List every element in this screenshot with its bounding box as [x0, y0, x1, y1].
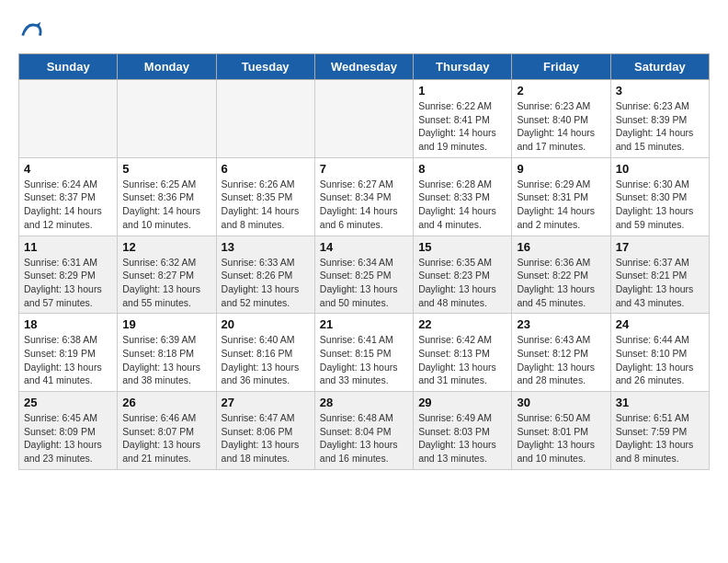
day-info: Sunrise: 6:34 AM Sunset: 8:25 PM Dayligh… — [320, 256, 408, 310]
day-number: 13 — [222, 240, 310, 254]
day-number: 22 — [418, 317, 506, 331]
day-number: 24 — [616, 317, 704, 331]
weekday-header: Saturday — [610, 54, 709, 80]
weekday-header: Thursday — [414, 54, 512, 80]
day-number: 25 — [24, 396, 112, 409]
calendar-cell — [314, 80, 413, 158]
day-info: Sunrise: 6:31 AM Sunset: 8:29 PM Dayligh… — [24, 256, 112, 310]
calendar-cell: 20Sunrise: 6:40 AM Sunset: 8:16 PM Dayli… — [216, 314, 314, 392]
day-info: Sunrise: 6:45 AM Sunset: 8:09 PM Dayligh… — [24, 411, 112, 465]
day-number: 9 — [517, 162, 605, 176]
day-info: Sunrise: 6:25 AM Sunset: 8:36 PM Dayligh… — [122, 178, 210, 232]
calendar-cell: 4Sunrise: 6:24 AM Sunset: 8:37 PM Daylig… — [19, 157, 118, 236]
calendar-body: 1Sunrise: 6:22 AM Sunset: 8:41 PM Daylig… — [19, 80, 710, 470]
day-info: Sunrise: 6:32 AM Sunset: 8:27 PM Dayligh… — [122, 256, 210, 310]
calendar-cell: 8Sunrise: 6:28 AM Sunset: 8:33 PM Daylig… — [414, 157, 512, 236]
weekday-header: Friday — [512, 54, 610, 80]
calendar-cell: 7Sunrise: 6:27 AM Sunset: 8:34 PM Daylig… — [314, 157, 413, 236]
calendar-cell: 30Sunrise: 6:50 AM Sunset: 8:01 PM Dayli… — [512, 392, 610, 470]
logo — [18, 18, 48, 44]
day-info: Sunrise: 6:30 AM Sunset: 8:30 PM Dayligh… — [616, 178, 704, 232]
logo-icon — [18, 18, 44, 44]
day-info: Sunrise: 6:38 AM Sunset: 8:19 PM Dayligh… — [24, 333, 112, 387]
calendar-cell: 27Sunrise: 6:47 AM Sunset: 8:06 PM Dayli… — [216, 392, 314, 470]
day-number: 1 — [418, 84, 506, 98]
day-number: 6 — [222, 162, 310, 176]
day-info: Sunrise: 6:48 AM Sunset: 8:04 PM Dayligh… — [320, 411, 408, 465]
day-info: Sunrise: 6:39 AM Sunset: 8:18 PM Dayligh… — [122, 333, 210, 387]
calendar-cell: 12Sunrise: 6:32 AM Sunset: 8:27 PM Dayli… — [118, 236, 216, 314]
calendar-cell: 13Sunrise: 6:33 AM Sunset: 8:26 PM Dayli… — [216, 236, 314, 314]
day-info: Sunrise: 6:29 AM Sunset: 8:31 PM Dayligh… — [517, 178, 605, 232]
weekday-header: Tuesday — [216, 54, 314, 80]
calendar-cell: 24Sunrise: 6:44 AM Sunset: 8:10 PM Dayli… — [610, 314, 709, 392]
day-number: 26 — [122, 396, 210, 409]
day-info: Sunrise: 6:40 AM Sunset: 8:16 PM Dayligh… — [222, 333, 310, 387]
day-number: 7 — [320, 162, 408, 176]
calendar-week-row: 1Sunrise: 6:22 AM Sunset: 8:41 PM Daylig… — [19, 80, 710, 158]
day-number: 27 — [222, 396, 310, 409]
day-number: 16 — [517, 240, 605, 254]
calendar-cell — [118, 80, 216, 158]
day-info: Sunrise: 6:42 AM Sunset: 8:13 PM Dayligh… — [418, 333, 506, 387]
weekday-header: Monday — [118, 54, 216, 80]
day-info: Sunrise: 6:28 AM Sunset: 8:33 PM Dayligh… — [418, 178, 506, 232]
day-number: 31 — [616, 396, 704, 409]
calendar-cell: 6Sunrise: 6:26 AM Sunset: 8:35 PM Daylig… — [216, 157, 314, 236]
calendar-week-row: 18Sunrise: 6:38 AM Sunset: 8:19 PM Dayli… — [19, 314, 710, 392]
day-number: 20 — [222, 317, 310, 331]
calendar-cell — [216, 80, 314, 158]
day-number: 10 — [616, 162, 704, 176]
day-info: Sunrise: 6:24 AM Sunset: 8:37 PM Dayligh… — [24, 178, 112, 232]
calendar-cell: 22Sunrise: 6:42 AM Sunset: 8:13 PM Dayli… — [414, 314, 512, 392]
calendar-cell: 19Sunrise: 6:39 AM Sunset: 8:18 PM Dayli… — [118, 314, 216, 392]
day-info: Sunrise: 6:36 AM Sunset: 8:22 PM Dayligh… — [517, 256, 605, 310]
day-number: 4 — [24, 162, 112, 176]
calendar-cell: 1Sunrise: 6:22 AM Sunset: 8:41 PM Daylig… — [414, 80, 512, 158]
calendar-cell: 2Sunrise: 6:23 AM Sunset: 8:40 PM Daylig… — [512, 80, 610, 158]
calendar-cell — [19, 80, 118, 158]
day-number: 17 — [616, 240, 704, 254]
calendar-cell: 23Sunrise: 6:43 AM Sunset: 8:12 PM Dayli… — [512, 314, 610, 392]
day-number: 18 — [24, 317, 112, 331]
calendar-cell: 15Sunrise: 6:35 AM Sunset: 8:23 PM Dayli… — [414, 236, 512, 314]
day-number: 5 — [122, 162, 210, 176]
calendar-week-row: 11Sunrise: 6:31 AM Sunset: 8:29 PM Dayli… — [19, 236, 710, 314]
day-info: Sunrise: 6:33 AM Sunset: 8:26 PM Dayligh… — [222, 256, 310, 310]
calendar-cell: 11Sunrise: 6:31 AM Sunset: 8:29 PM Dayli… — [19, 236, 118, 314]
calendar-cell: 29Sunrise: 6:49 AM Sunset: 8:03 PM Dayli… — [414, 392, 512, 470]
day-number: 14 — [320, 240, 408, 254]
calendar-cell: 14Sunrise: 6:34 AM Sunset: 8:25 PM Dayli… — [314, 236, 413, 314]
page-header — [18, 18, 710, 44]
calendar-week-row: 25Sunrise: 6:45 AM Sunset: 8:09 PM Dayli… — [19, 392, 710, 470]
calendar-cell: 9Sunrise: 6:29 AM Sunset: 8:31 PM Daylig… — [512, 157, 610, 236]
day-info: Sunrise: 6:44 AM Sunset: 8:10 PM Dayligh… — [616, 333, 704, 387]
day-info: Sunrise: 6:41 AM Sunset: 8:15 PM Dayligh… — [320, 333, 408, 387]
weekday-header: Sunday — [19, 54, 118, 80]
calendar-cell: 26Sunrise: 6:46 AM Sunset: 8:07 PM Dayli… — [118, 392, 216, 470]
day-info: Sunrise: 6:27 AM Sunset: 8:34 PM Dayligh… — [320, 178, 408, 232]
calendar-cell: 18Sunrise: 6:38 AM Sunset: 8:19 PM Dayli… — [19, 314, 118, 392]
calendar-cell: 5Sunrise: 6:25 AM Sunset: 8:36 PM Daylig… — [118, 157, 216, 236]
calendar-cell: 31Sunrise: 6:51 AM Sunset: 7:59 PM Dayli… — [610, 392, 709, 470]
day-info: Sunrise: 6:35 AM Sunset: 8:23 PM Dayligh… — [418, 256, 506, 310]
calendar-cell: 17Sunrise: 6:37 AM Sunset: 8:21 PM Dayli… — [610, 236, 709, 314]
day-number: 8 — [418, 162, 506, 176]
calendar-table: SundayMondayTuesdayWednesdayThursdayFrid… — [18, 53, 710, 470]
day-info: Sunrise: 6:22 AM Sunset: 8:41 PM Dayligh… — [418, 99, 506, 154]
day-info: Sunrise: 6:50 AM Sunset: 8:01 PM Dayligh… — [517, 411, 605, 465]
day-info: Sunrise: 6:23 AM Sunset: 8:40 PM Dayligh… — [517, 99, 605, 154]
day-number: 3 — [616, 84, 704, 98]
calendar-cell: 25Sunrise: 6:45 AM Sunset: 8:09 PM Dayli… — [19, 392, 118, 470]
day-info: Sunrise: 6:46 AM Sunset: 8:07 PM Dayligh… — [122, 411, 210, 465]
calendar-cell: 3Sunrise: 6:23 AM Sunset: 8:39 PM Daylig… — [610, 80, 709, 158]
calendar-cell: 21Sunrise: 6:41 AM Sunset: 8:15 PM Dayli… — [314, 314, 413, 392]
day-info: Sunrise: 6:47 AM Sunset: 8:06 PM Dayligh… — [222, 411, 310, 465]
day-number: 21 — [320, 317, 408, 331]
weekday-header: Wednesday — [314, 54, 413, 80]
day-number: 15 — [418, 240, 506, 254]
day-number: 28 — [320, 396, 408, 409]
calendar-cell: 16Sunrise: 6:36 AM Sunset: 8:22 PM Dayli… — [512, 236, 610, 314]
day-info: Sunrise: 6:23 AM Sunset: 8:39 PM Dayligh… — [616, 99, 704, 154]
calendar-week-row: 4Sunrise: 6:24 AM Sunset: 8:37 PM Daylig… — [19, 157, 710, 236]
